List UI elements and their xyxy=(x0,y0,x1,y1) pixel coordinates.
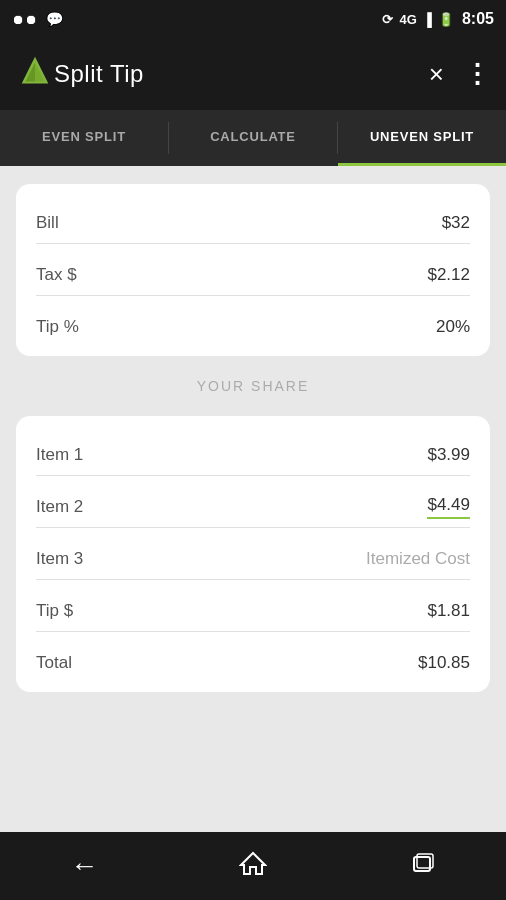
app-bar: Split Tip × ⋮ xyxy=(0,38,506,110)
items-card: Item 1 $3.99 Item 2 $4.49 Item 3 Itemize… xyxy=(16,416,490,692)
home-button[interactable] xyxy=(239,849,267,883)
bottom-nav: ← xyxy=(0,832,506,900)
status-bar-left: ⏺⏺ 💬 xyxy=(12,11,63,27)
tax-label: Tax $ xyxy=(36,265,77,285)
item3-row[interactable]: Item 3 Itemized Cost xyxy=(36,528,470,580)
bill-label: Bill xyxy=(36,213,59,233)
input-card: Bill $32 Tax $ $2.12 Tip % 20% xyxy=(16,184,490,356)
chat-icon: 💬 xyxy=(46,11,63,27)
item1-row[interactable]: Item 1 $3.99 xyxy=(36,424,470,476)
item1-value[interactable]: $3.99 xyxy=(427,445,470,465)
tab-uneven-split[interactable]: UNEVEN SPLIT xyxy=(338,110,506,166)
total-row[interactable]: Total $10.85 xyxy=(36,632,470,684)
back-button[interactable]: ← xyxy=(70,850,98,882)
voicemail-icon: ⏺⏺ xyxy=(12,12,38,27)
bill-row[interactable]: Bill $32 xyxy=(36,192,470,244)
total-label: Total xyxy=(36,653,72,673)
tab-bar: EVEN SPLIT CALCULATE UNEVEN SPLIT xyxy=(0,110,506,166)
item3-value[interactable]: Itemized Cost xyxy=(366,549,470,569)
item2-label: Item 2 xyxy=(36,497,83,517)
status-time: 8:05 xyxy=(462,10,494,28)
tax-value[interactable]: $2.12 xyxy=(427,265,470,285)
item2-value[interactable]: $4.49 xyxy=(427,495,470,519)
tip-dollar-value[interactable]: $1.81 xyxy=(427,601,470,621)
tip-dollar-label: Tip $ xyxy=(36,601,73,621)
tab-even-split[interactable]: EVEN SPLIT xyxy=(0,110,168,166)
your-share-label: YOUR SHARE xyxy=(16,374,490,398)
item1-label: Item 1 xyxy=(36,445,83,465)
status-bar: ⏺⏺ 💬 ⟳ 4G ▐ 🔋 8:05 xyxy=(0,0,506,38)
app-title: Split Tip xyxy=(54,60,429,88)
app-logo xyxy=(16,53,54,95)
svg-marker-3 xyxy=(241,853,265,874)
item2-row[interactable]: Item 2 $4.49 xyxy=(36,476,470,528)
tip-dollar-row[interactable]: Tip $ $1.81 xyxy=(36,580,470,632)
status-bar-right: ⟳ 4G ▐ 🔋 8:05 xyxy=(382,10,494,28)
signal-strength-icon: 4G xyxy=(399,12,416,27)
main-content: Bill $32 Tax $ $2.12 Tip % 20% YOUR SHAR… xyxy=(0,166,506,832)
recents-button[interactable] xyxy=(408,849,436,883)
item3-label: Item 3 xyxy=(36,549,83,569)
tip-label: Tip % xyxy=(36,317,79,337)
tab-calculate[interactable]: CALCULATE xyxy=(169,110,337,166)
bill-value[interactable]: $32 xyxy=(442,213,470,233)
tip-value[interactable]: 20% xyxy=(436,317,470,337)
tax-row[interactable]: Tax $ $2.12 xyxy=(36,244,470,296)
menu-button[interactable]: ⋮ xyxy=(464,59,490,90)
close-button[interactable]: × xyxy=(429,59,444,90)
signal-rotate-icon: ⟳ xyxy=(382,12,393,27)
signal-bars-icon: ▐ xyxy=(423,12,432,27)
app-bar-actions: × ⋮ xyxy=(429,59,490,90)
tip-row[interactable]: Tip % 20% xyxy=(36,296,470,348)
battery-icon: 🔋 xyxy=(438,12,454,27)
total-value[interactable]: $10.85 xyxy=(418,653,470,673)
